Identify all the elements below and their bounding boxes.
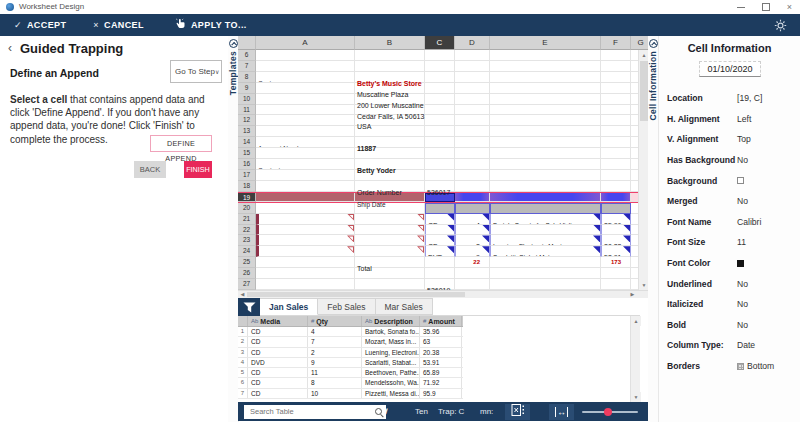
table-cell[interactable]: 35.96 [420,327,462,336]
cell-A19[interactable] [256,193,355,202]
accept-button[interactable]: ✓ ACCEPT [14,20,66,30]
cell-A8[interactable]: Customer [256,72,355,83]
cell-A6[interactable] [256,50,355,61]
row-header-26[interactable]: 26 [238,268,256,279]
cell-A14[interactable]: Account Number [256,137,355,148]
cell-E15[interactable] [490,148,601,159]
cell-value-field[interactable] [699,61,761,77]
slider-thumb[interactable] [604,408,612,416]
chevron-down-icon[interactable]: ∨ [382,402,389,421]
table-cell[interactable]: Mozart, Mass in... [362,337,420,346]
row-header-18[interactable]: 18 [238,181,256,192]
expand-icon[interactable] [649,39,658,48]
cell-F15[interactable] [601,148,631,159]
cell-F20[interactable]: Amount [601,203,631,214]
cell-B24[interactable] [355,246,425,257]
cell-C18[interactable]: 536017 [425,181,455,192]
scroll-down-icon[interactable]: ▼ [631,392,641,402]
cell-B6[interactable] [355,50,425,61]
fit-width-button[interactable]: ↔ [549,404,574,420]
column-header-description[interactable]: AbDescription [362,316,420,326]
cancel-button[interactable]: × CANCEL [93,20,144,30]
cell-A17[interactable] [256,170,355,181]
cell-E19[interactable] [490,193,601,202]
zoom-slider[interactable] [582,411,638,413]
cell-E12[interactable] [490,115,601,126]
cell-A13[interactable] [256,126,355,137]
column-header-C[interactable]: C [425,36,455,50]
cell-C15[interactable] [425,148,455,159]
table-cell[interactable]: 4 [308,327,362,336]
cell-B18[interactable]: Order Number [355,181,425,192]
table-cell[interactable]: CD [248,368,308,377]
templates-tab[interactable]: Templates [228,51,238,95]
cell-A12[interactable] [256,115,355,126]
row-header-15[interactable]: 15 [238,148,256,159]
cell-B14[interactable]: 11887 [355,137,425,148]
cell-F10[interactable] [601,94,631,105]
table-cell[interactable]: 71.92 [420,378,462,387]
cell-E22[interactable]: Mozart, Mass in C, K.427 [490,225,601,236]
row-header-7[interactable]: 7 [238,61,256,72]
cell-E18[interactable] [490,181,601,192]
cell-A23[interactable] [256,235,355,246]
corner-cell[interactable] [238,36,256,50]
table-cell[interactable]: 7 [308,337,362,346]
column-header-A[interactable]: A [256,36,355,50]
cell-E27[interactable] [490,279,601,290]
cell-D7[interactable] [455,61,490,72]
cell-B25[interactable]: Total [355,257,425,268]
cell-D25[interactable]: 22 [455,257,490,268]
cell-A20[interactable] [256,203,355,214]
table-cell[interactable]: Mendelssohn, Wa... [362,378,420,387]
back-button[interactable]: BACK [134,161,166,178]
cell-C27[interactable]: 536019 [425,279,455,290]
cell-F14[interactable] [601,137,631,148]
row-header-6[interactable]: 6 [238,50,256,61]
column-header-B[interactable]: B [355,36,425,50]
cell-F23[interactable]: 20.38 [601,235,631,246]
cell-B22[interactable] [355,225,425,236]
cell-D19[interactable] [455,193,490,202]
column-header-D[interactable]: D [455,36,490,50]
cell-B16[interactable]: Betty Yoder [355,159,425,170]
cell-E13[interactable] [490,126,601,137]
finish-button[interactable]: FINISH [184,161,212,178]
cell-D18[interactable] [455,181,490,192]
scrollbar-thumb[interactable] [247,292,465,297]
table-cell[interactable]: DVD [248,358,308,367]
cell-C20[interactable]: Media [425,203,455,214]
cell-B8[interactable]: Betty’s Music Store [355,72,425,83]
table-cell[interactable]: 10 [308,389,362,398]
cell-D15[interactable] [455,148,490,159]
cell-A27[interactable] [256,279,355,290]
cell-E14[interactable] [490,137,601,148]
table-row[interactable]: 1CD4Bartok, Sonata fo...35.96 [238,327,463,337]
scroll-up-icon[interactable]: ▲ [631,316,641,326]
row-header-10[interactable]: 10 [238,94,256,105]
table-funnel-icon[interactable] [238,298,260,316]
cell-F8[interactable] [601,72,631,83]
cell-A11[interactable] [256,105,355,116]
cell-D6[interactable] [455,50,490,61]
cell-D9[interactable] [455,83,490,94]
back-chevron-icon[interactable]: ‹ [8,40,12,56]
table-row[interactable]: 5CD11Beethoven, Pathe...65.89 [238,368,463,378]
cell-E9[interactable] [490,83,601,94]
cell-E10[interactable] [490,94,601,105]
cell-A24[interactable] [256,246,355,257]
table-cell[interactable]: CD [248,348,308,357]
cell-A7[interactable] [256,61,355,72]
cell-B23[interactable] [355,235,425,246]
cell-C16[interactable] [425,159,455,170]
cell-B21[interactable] [355,214,425,225]
cell-E16[interactable] [490,159,601,170]
cell-F17[interactable] [601,170,631,181]
row-header-19[interactable]: 19 [238,193,256,202]
cell-A18[interactable] [256,181,355,192]
cell-A25[interactable] [256,257,355,268]
row-header-27[interactable]: 27 [238,279,256,290]
row-header-9[interactable]: 9 [238,83,256,94]
row-header-13[interactable]: 13 [238,126,256,137]
export-excel-button[interactable] [505,404,530,420]
